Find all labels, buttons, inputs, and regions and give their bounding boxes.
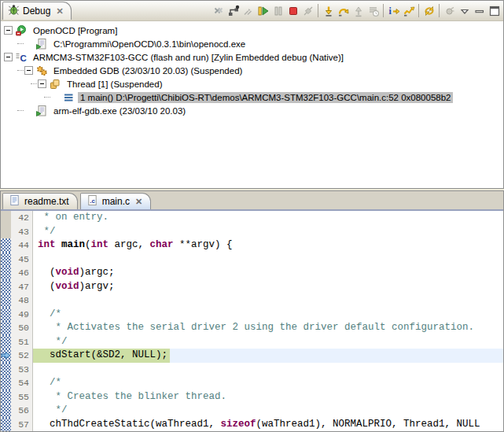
annotation-ruler-cell[interactable] — [1, 294, 11, 308]
annotation-ruler-cell[interactable] — [1, 321, 11, 335]
debug-tree-item-openocd-exe[interactable]: C:\Programmi\OpenOCD\0.3.1\bin\openocd.e… — [1, 37, 503, 50]
step-into-icon — [322, 5, 335, 17]
resume-button[interactable] — [256, 3, 270, 19]
debug-toolbar: i — [211, 2, 502, 20]
terminate-button[interactable] — [285, 3, 300, 19]
tree-connector — [17, 70, 24, 71]
minimize-icon — [473, 5, 486, 17]
annotation-ruler-cell[interactable] — [1, 418, 11, 432]
debug-tree-item-arm-elf-gdb[interactable]: arm-elf-gdb.exe (23/03/10 20.03) — [1, 104, 503, 117]
disconnect-icon — [302, 5, 315, 17]
annotation-ruler-cell[interactable] — [1, 225, 11, 239]
code-line-49: 49 /* — [1, 308, 503, 322]
line-number: 43 — [11, 225, 33, 239]
annotation-ruler-cell[interactable] — [1, 280, 11, 294]
code-text[interactable]: chThdCreateStatic(waThread1, sizeof(waTh… — [33, 418, 503, 432]
maximize-button[interactable] — [487, 3, 502, 19]
code-text[interactable]: * on entry. — [33, 211, 503, 225]
annotation-ruler-cell[interactable] — [1, 335, 11, 349]
tree-connector — [17, 43, 24, 44]
line-number: 54 — [11, 376, 33, 390]
code-text[interactable]: /* — [33, 308, 503, 322]
tree-expander-icon[interactable] — [24, 66, 33, 75]
drop-to-frame-button — [366, 3, 381, 19]
debug-tree-item-stack-frame-main[interactable]: 1 main() D:\Progetti\ChibiOS-RT\demos\AR… — [1, 90, 503, 104]
code-text[interactable] — [33, 294, 503, 308]
instruction-stepping-icon: i — [388, 5, 400, 17]
debug-view-header: Debug ✕ i — [1, 1, 503, 21]
code-text[interactable]: */ — [33, 335, 503, 349]
thread-icon — [49, 78, 61, 90]
tree-connector — [44, 97, 50, 98]
debug-launch-tree: OpenOCD [Program]C:\Programmi\OpenOCD\0.… — [1, 21, 503, 188]
code-text[interactable]: (void)argc; — [33, 266, 503, 280]
instruction-pointer-gutter[interactable] — [1, 349, 11, 363]
restart-button[interactable] — [226, 3, 241, 19]
code-line-45: 45 — [1, 253, 503, 267]
step-into-button[interactable] — [321, 3, 336, 19]
code-text[interactable]: sdStart(&SD2, NULL); — [33, 349, 503, 363]
annotation-ruler-cell[interactable] — [1, 404, 11, 418]
tree-expander-icon[interactable] — [4, 26, 13, 35]
tree-expander-icon[interactable] — [4, 53, 13, 61]
code-line-54: 54 /* — [1, 376, 503, 390]
annotation-ruler-cell[interactable] — [1, 376, 11, 390]
annotation-ruler-cell[interactable] — [1, 266, 11, 280]
debug-view-tab-label: Debug — [23, 6, 50, 17]
debug-tree-item-openocd-program[interactable]: OpenOCD [Program] — [1, 24, 503, 37]
view-menu-button[interactable] — [457, 3, 472, 19]
code-text[interactable] — [33, 253, 503, 267]
line-number: 48 — [11, 294, 33, 308]
minimize-button[interactable] — [472, 3, 487, 19]
annotation-ruler-cell[interactable] — [1, 253, 11, 267]
debug-view-close-icon[interactable]: ✕ — [56, 6, 63, 17]
editor-tab-main-c[interactable]: .cmain.c✕ — [80, 193, 152, 209]
annotation-ruler-cell[interactable] — [1, 363, 11, 377]
code-text[interactable]: * Creates the blinker thread. — [33, 390, 503, 404]
maximize-icon — [488, 5, 501, 17]
debug-view-panel: Debug ✕ i OpenOCD [Program]C:\Programmi\… — [0, 0, 504, 189]
editor-tab-readme[interactable]: readme.txt — [2, 193, 78, 209]
svg-text:i: i — [388, 6, 392, 17]
code-text[interactable] — [33, 363, 503, 377]
code-line-42: 42 * on entry. — [1, 211, 503, 225]
svg-text:C: C — [20, 53, 27, 62]
instruction-pointer-icon — [1, 351, 11, 360]
code-editor: 42 * on entry.43 */44int main(int argc, … — [1, 211, 503, 431]
disconnect-button — [300, 3, 315, 19]
code-text[interactable]: */ — [33, 225, 503, 239]
suspend-icon — [272, 5, 285, 17]
annotation-ruler-cell[interactable] — [1, 308, 11, 322]
tab-close-icon[interactable]: ✕ — [135, 197, 142, 207]
instruction-stepping-button[interactable]: i — [386, 3, 401, 19]
debug-tree-item-thread-1[interactable]: Thread [1] (Suspended) — [1, 77, 503, 90]
debug-tree-item-armcm3-launch[interactable]: CARMCM3-STM32F103-GCC (flash and run) [Z… — [1, 50, 503, 64]
remove-all-terminated-icon — [212, 5, 225, 17]
svg-text:.c: .c — [90, 198, 95, 205]
frame-icon — [62, 91, 75, 104]
code-line-44: 44int main(int argc, char **argv) { — [1, 238, 503, 253]
annotation-ruler-cell[interactable] — [1, 390, 11, 404]
remove-all-terminated-button — [211, 3, 226, 19]
code-text[interactable]: (void)argv; — [33, 280, 503, 294]
code-line-47: 47 (void)argv; — [1, 280, 503, 294]
code-text[interactable]: */ — [33, 404, 503, 418]
use-step-filters-button[interactable] — [401, 3, 416, 19]
code-text[interactable]: /* — [33, 376, 503, 390]
line-number: 56 — [11, 404, 33, 418]
line-number: 55 — [11, 390, 33, 404]
line-number: 47 — [11, 280, 33, 294]
annotation-ruler-cell[interactable] — [1, 211, 11, 225]
debug-view-tab[interactable]: Debug ✕ — [2, 2, 72, 20]
debug-options-button — [442, 3, 457, 19]
tree-expander-icon[interactable] — [38, 79, 46, 88]
annotation-ruler-cell[interactable] — [1, 238, 11, 253]
debug-tree-item-embedded-gdb[interactable]: Embedded GDB (23/03/10 20.03) (Suspended… — [1, 64, 503, 77]
line-number: 42 — [11, 211, 33, 225]
refresh-debug-views-button[interactable] — [421, 3, 436, 19]
step-over-button[interactable] — [336, 3, 351, 19]
code-text[interactable]: int main(int argc, char **argv) { — [33, 238, 503, 253]
eclipse-debug-perspective: Debug ✕ i OpenOCD [Program]C:\Programmi\… — [0, 0, 504, 432]
code-text[interactable]: * Activates the serial driver 2 using th… — [33, 321, 503, 335]
code-line-43: 43 */ — [1, 225, 503, 239]
